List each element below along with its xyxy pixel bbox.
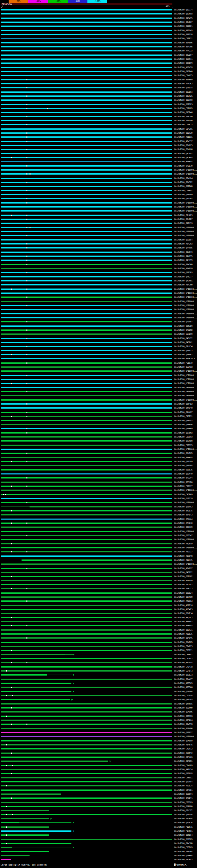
hit-bar[interactable] [1,728,172,729]
hit-label[interactable]: UniRef100_Q87XW0 [174,596,192,598]
hit-bar[interactable] [1,744,172,745]
hit-bar[interactable] [1,30,172,31]
hit-bar[interactable] [1,752,172,754]
hit-label[interactable]: UniRef100_UPI0000... [174,308,197,311]
hit-label[interactable]: UniRef100_C1GS54 [174,694,192,697]
hit-label[interactable]: UniRef100_A7NC30 [174,522,192,524]
hit-bar[interactable] [1,210,172,212]
hit-label[interactable]: UniRef100_B9AZY6 [174,33,192,36]
hit-bar[interactable] [1,379,172,380]
hit-label[interactable]: UniRef100_A6S5W4 [174,686,192,688]
hit-bar[interactable] [1,186,172,187]
hit-label[interactable]: UniRef100_UPI0000... [174,399,197,401]
hit-bar[interactable] [1,465,172,466]
hit-label[interactable]: UniRef100_A0D1Z7 [174,551,192,553]
hit-bar[interactable] [1,153,172,154]
hit-bar[interactable] [1,674,47,676]
hit-label[interactable]: UniRef100_UPI0000... [174,501,197,504]
hit-bar[interactable] [1,547,172,548]
hit-label[interactable]: UniRef100_P61619-3 [174,358,195,360]
hit-bar[interactable] [1,519,172,520]
hit-bar[interactable] [1,420,172,421]
hit-label[interactable]: UniRef100_Q3TJD9 [174,325,192,327]
hit-bar[interactable] [1,691,71,692]
hit-bar[interactable] [1,855,30,856]
hit-label[interactable]: UniRef100_A3BVT8 [174,66,192,69]
hit-label[interactable]: UniRef100_UPI0000... [174,300,197,303]
hit-label[interactable]: UniRef100_UPI0000... [174,230,197,233]
hit-label[interactable]: UniRef100_C1BUP2 [174,436,192,438]
hit-label[interactable]: UniRef100_Q9LLR4 [174,91,192,93]
hit-bar[interactable] [1,309,172,310]
hit-label[interactable]: UniRef100_C1EEJ2 [174,123,192,126]
hit-bar[interactable] [1,785,172,786]
hit-label[interactable]: UniRef100_UPI0000... [174,378,197,380]
hit-label[interactable]: UniRef100_C4QB69 [174,493,192,496]
hit-label[interactable]: UniRef100_Q8A7F8 [174,715,192,717]
hit-bar[interactable] [1,555,172,557]
hit-label[interactable]: UniRef100_Q5ANN0 [174,805,192,808]
hit-bar[interactable] [1,683,71,684]
hit-label[interactable]: UniRef100_B4KKU5 [174,456,192,459]
hit-label[interactable]: UniRef100_Q5CFF5 [174,156,192,159]
hit-bar[interactable] [1,358,172,359]
hit-label[interactable]: UniRef100_A8PV26 [174,756,192,758]
hit-label[interactable]: UniRef100_UPI0000... [174,202,197,204]
hit-label[interactable]: UniRef100_B7GD39 [174,165,192,167]
hit-label[interactable]: UniRef100_A29D16 [174,604,192,607]
hit-label[interactable]: UniRef100_B4DR61 [174,341,192,344]
hit-label[interactable]: UniRef100_UPI0000... [174,296,197,298]
hit-bar[interactable] [1,59,172,60]
hit-label[interactable]: UniRef100_UPI0000... [174,173,197,175]
hit-bar[interactable] [1,703,172,705]
hit-label[interactable]: UniRef100_A8PFT6 [174,744,192,746]
hit-label[interactable]: UniRef100_Q6E511 [174,58,192,60]
hit-label[interactable]: UniRef100_UPI0000... [174,735,197,738]
hit-label[interactable]: UniRef100_A6R565 [174,682,192,684]
hit-label[interactable]: UniRef100_A1D8J5 [174,633,192,635]
hit-bar[interactable] [1,695,172,696]
hit-label[interactable]: UniRef100_UPI0000... [174,234,197,237]
hit-bar[interactable] [1,527,172,528]
hit-label[interactable]: UniRef100_Q9HY32 [174,349,192,352]
hit-label[interactable]: UniRef100_B3L8D7 [174,218,192,220]
hit-bar[interactable] [1,91,172,93]
hit-bar[interactable] [1,822,19,823]
hit-label[interactable]: UniRef100_B7UZV4 [174,477,192,479]
hit-label[interactable]: UniRef100_B9WJM0 [174,842,192,845]
hit-bar[interactable] [1,736,172,737]
hit-bar[interactable] [1,112,172,113]
hit-label[interactable]: UniRef100_Q985N9 [174,193,192,196]
hit-bar[interactable] [1,498,172,499]
hit-bar[interactable] [1,13,172,14]
hit-bar[interactable] [1,301,172,302]
hit-bar[interactable] [1,63,172,64]
hit-bar[interactable] [1,42,172,43]
hit-bar[interactable] [1,350,172,351]
hit-label[interactable]: UniRef100_C5YXZ5 [174,74,192,77]
hit-label[interactable]: UniRef100_Q00VZ9 [174,132,192,134]
hit-bar[interactable] [1,716,172,717]
hit-label[interactable]: UniRef100_C5DDU9 [174,846,192,848]
hit-bar[interactable] [1,670,172,672]
hit-bar[interactable] [1,666,172,668]
hit-label[interactable]: UniRef100_Q5XIH5 [174,452,192,455]
hit-label[interactable]: UniRef100_Q0CR31 [174,629,192,631]
hit-label[interactable]: UniRef100_UPI0000... [174,448,197,451]
hit-label[interactable]: UniRef100_A5DL24 [174,784,192,787]
hit-label[interactable]: UniRef100_Q4WF56 [174,703,192,705]
hit-label[interactable]: UniRef100_Q4YQ19 [174,251,192,253]
hit-bar[interactable] [1,120,172,121]
hit-label[interactable]: UniRef100_B4NW40 [174,407,192,409]
hit-label[interactable]: UniRef100_Q6BNV8 [174,772,192,775]
hit-bar[interactable] [1,161,172,162]
hit-bar[interactable] [1,469,172,470]
hit-label[interactable]: UniRef100_Q9AY33 [174,222,192,224]
hit-bar[interactable] [1,839,172,840]
hit-bar[interactable] [1,145,172,146]
hit-label[interactable]: UniRef100_C4Y5A1 [174,777,192,779]
hit-label[interactable]: UniRef100_UPI0000... [174,292,197,294]
hit-bar[interactable] [1,748,172,749]
hit-bar[interactable] [1,514,172,516]
hit-label[interactable]: UniRef100_UPI0000... [174,538,197,541]
